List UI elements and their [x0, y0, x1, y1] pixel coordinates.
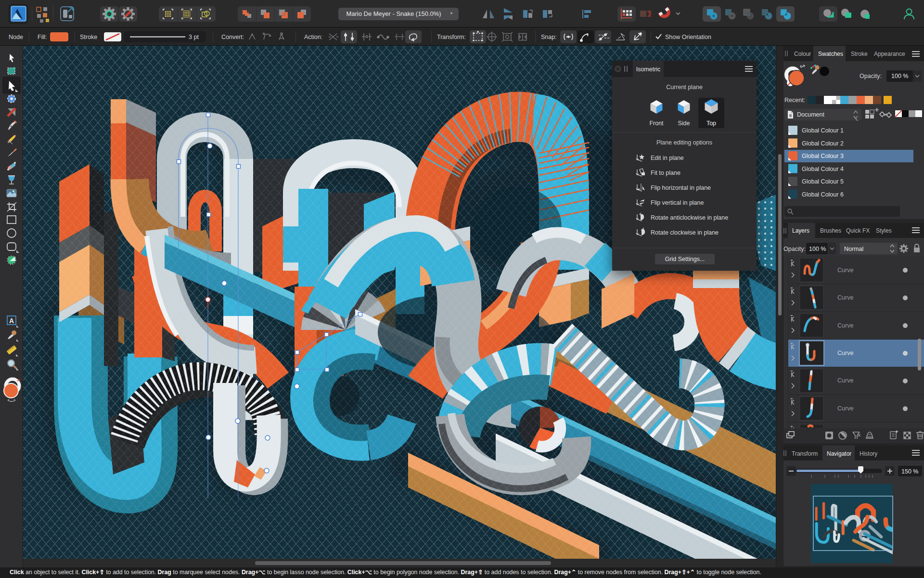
svg-text:Layers: Layers — [792, 227, 809, 234]
svg-text:Plane editing options: Plane editing options — [656, 139, 712, 146]
svg-text:Mario De Meyer - Snake (150.0%: Mario De Meyer - Snake (150.0%) — [346, 10, 441, 17]
svg-text:Stroke: Stroke — [851, 51, 868, 57]
svg-text:A: A — [9, 317, 14, 325]
svg-text:Colour: Colour — [794, 51, 811, 57]
svg-text:Rotate clockwise in plane: Rotate clockwise in plane — [651, 229, 719, 236]
svg-text:Side: Side — [678, 120, 690, 127]
svg-text:Snap:: Snap: — [541, 34, 557, 40]
svg-text:*: * — [450, 11, 452, 18]
svg-text:Transform:: Transform: — [437, 34, 466, 40]
svg-text:3 pt: 3 pt — [189, 34, 199, 40]
svg-text:100 %: 100 % — [809, 246, 826, 252]
svg-text:Brushes: Brushes — [820, 227, 841, 234]
svg-text:Convert:: Convert: — [221, 34, 244, 40]
svg-text:Fill:: Fill: — [38, 34, 47, 40]
svg-text:Current plane: Current plane — [666, 84, 703, 91]
svg-text:Global Colour 6: Global Colour 6 — [802, 191, 844, 198]
svg-text:Curve: Curve — [837, 294, 853, 301]
svg-text:Global Colour 1: Global Colour 1 — [802, 127, 844, 134]
svg-text:Grid Settings...: Grid Settings... — [665, 256, 705, 263]
svg-text:Quick FX: Quick FX — [846, 227, 870, 234]
svg-text:Recent:: Recent: — [784, 97, 805, 104]
svg-text:Transform: Transform — [792, 450, 818, 457]
svg-text:Curve: Curve — [837, 405, 853, 412]
svg-text:Opacity:: Opacity: — [783, 246, 806, 252]
svg-text:Top: Top — [706, 120, 716, 127]
svg-text:Show Orientation: Show Orientation — [665, 34, 711, 40]
svg-text:100 %: 100 % — [891, 73, 908, 79]
svg-text:Swatches: Swatches — [818, 51, 843, 57]
svg-text:Action:: Action: — [304, 34, 322, 40]
svg-text:Curve: Curve — [837, 322, 853, 329]
svg-text:Flip vertical in plane: Flip vertical in plane — [651, 199, 704, 206]
svg-text:Styles: Styles — [876, 227, 892, 234]
svg-text:Global Colour 2: Global Colour 2 — [802, 140, 844, 147]
svg-text:Opacity:: Opacity: — [860, 73, 882, 79]
svg-text:Stroke: Stroke — [80, 34, 97, 40]
svg-text:Global Colour 5: Global Colour 5 — [802, 178, 844, 185]
svg-text:Fit to plane: Fit to plane — [651, 170, 680, 176]
svg-text:Curve: Curve — [837, 267, 853, 274]
svg-text:Curve: Curve — [837, 377, 853, 384]
svg-text:Document: Document — [797, 111, 824, 118]
svg-text:Curve: Curve — [837, 350, 853, 356]
svg-text:Global Colour 3: Global Colour 3 — [802, 153, 844, 159]
svg-text:Navigator: Navigator — [827, 450, 851, 457]
svg-text:Front: Front — [649, 120, 664, 127]
svg-text:Rotate anticlockwise in plane: Rotate anticlockwise in plane — [651, 214, 728, 221]
svg-text:Normal: Normal — [844, 246, 863, 252]
svg-text:Appearance: Appearance — [874, 51, 905, 57]
svg-text:150 %: 150 % — [901, 468, 918, 475]
svg-text:Edit in plane: Edit in plane — [651, 155, 684, 161]
svg-text:Global Colour 4: Global Colour 4 — [802, 166, 844, 172]
svg-text:Node: Node — [9, 34, 23, 40]
svg-text:Flip horizontal in plane: Flip horizontal in plane — [651, 184, 711, 191]
svg-text:Isometric: Isometric — [636, 66, 661, 73]
svg-text:History: History — [860, 450, 877, 457]
